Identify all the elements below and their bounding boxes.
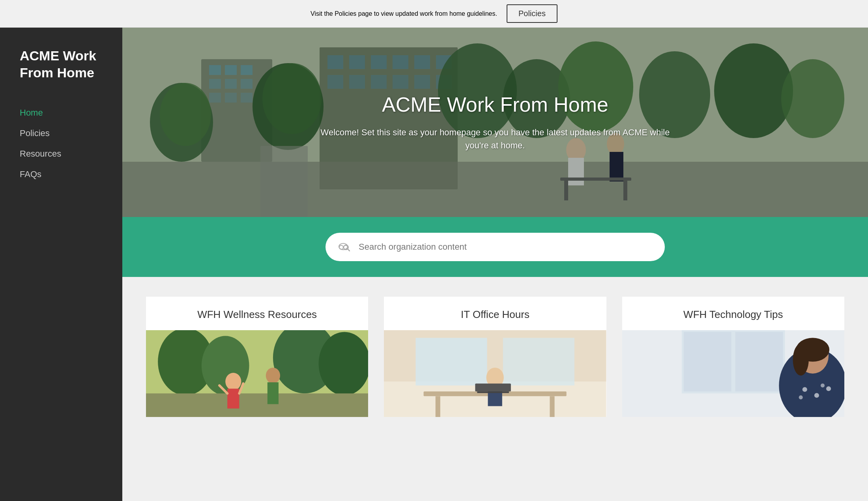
card-it-title: IT Office Hours <box>384 297 606 330</box>
card-it[interactable]: IT Office Hours <box>384 297 606 417</box>
main-layout: ACME Work From Home Home Policies Resour… <box>0 28 868 501</box>
svg-rect-67 <box>550 396 555 417</box>
svg-rect-74 <box>684 332 731 391</box>
svg-rect-75 <box>735 332 783 391</box>
search-section <box>122 217 868 277</box>
card-wellness[interactable]: WFH Wellness Resources <box>146 297 368 417</box>
card-wellness-image <box>146 330 368 417</box>
svg-rect-70 <box>475 383 511 391</box>
nav-item-faqs[interactable]: FAQs <box>20 166 107 183</box>
nav-links: Home Policies Resources FAQs <box>20 105 107 183</box>
search-box <box>326 233 665 261</box>
svg-rect-71 <box>477 391 509 393</box>
sidebar: ACME Work From Home Home Policies Resour… <box>0 28 122 501</box>
notification-bar: Visit the Policies page to view updated … <box>0 0 868 28</box>
card-tech-title: WFH Technology Tips <box>622 297 844 330</box>
svg-point-83 <box>799 395 803 399</box>
svg-rect-58 <box>268 382 279 404</box>
svg-rect-64 <box>503 338 574 385</box>
svg-line-47 <box>348 249 350 251</box>
svg-point-48 <box>344 245 348 249</box>
hero-overlay: ACME Work From Home Welcome! Set this si… <box>122 28 868 217</box>
site-title: ACME Work From Home <box>20 47 107 81</box>
svg-point-53 <box>319 332 369 395</box>
nav-item-home[interactable]: Home <box>20 105 107 121</box>
search-cloud-icon <box>337 240 352 254</box>
content-area: ACME Work From Home Welcome! Set this si… <box>122 28 868 501</box>
hero-section: ACME Work From Home Welcome! Set this si… <box>122 28 868 217</box>
svg-point-80 <box>802 387 807 392</box>
svg-rect-63 <box>416 338 487 385</box>
card-tech-image <box>622 330 844 417</box>
svg-point-81 <box>814 393 819 398</box>
nav-item-resources[interactable]: Resources <box>20 146 107 162</box>
nav-item-policies[interactable]: Policies <box>20 125 107 142</box>
card-tech[interactable]: WFH Technology Tips <box>622 297 844 417</box>
svg-rect-54 <box>146 393 368 417</box>
hero-subtitle: Welcome! Set this site as your homepage … <box>318 126 673 152</box>
svg-point-55 <box>225 373 241 390</box>
policies-button[interactable]: Policies <box>507 4 557 23</box>
svg-point-45 <box>339 245 343 249</box>
svg-point-84 <box>821 383 825 387</box>
card-it-image <box>384 330 606 417</box>
svg-rect-56 <box>227 389 239 408</box>
svg-point-82 <box>826 386 831 391</box>
card-wellness-title: WFH Wellness Resources <box>146 297 368 330</box>
svg-point-79 <box>793 344 808 376</box>
search-input[interactable] <box>359 242 653 252</box>
hero-title: ACME Work From Home <box>382 93 608 116</box>
cards-grid: WFH Wellness Resources <box>146 297 844 417</box>
notification-text: Visit the Policies page to view updated … <box>311 10 497 17</box>
svg-rect-66 <box>436 396 440 417</box>
cards-section: WFH Wellness Resources <box>122 277 868 501</box>
svg-point-57 <box>266 368 280 383</box>
